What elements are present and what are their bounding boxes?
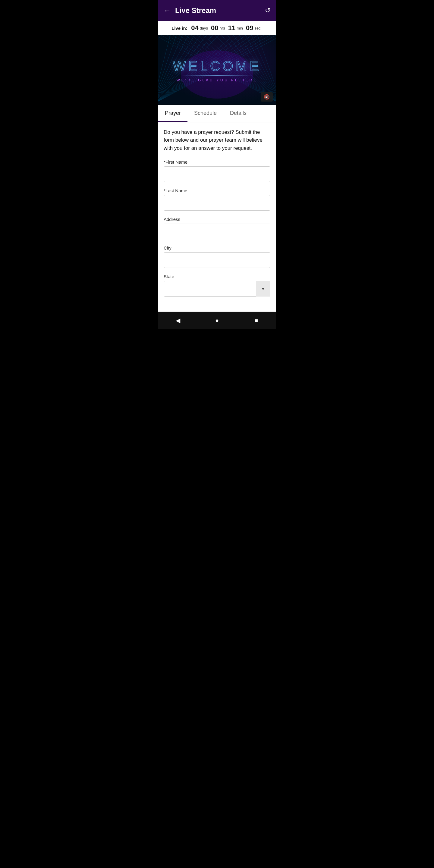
countdown-days-unit: days xyxy=(200,26,208,30)
last-name-label: *Last Name xyxy=(164,188,270,193)
state-field: State Alabama Alaska Arizona Arkansas Ca… xyxy=(164,274,270,297)
last-name-input[interactable] xyxy=(164,195,270,211)
countdown-label: Live in: xyxy=(172,26,187,31)
city-field: City xyxy=(164,245,270,268)
mute-button[interactable]: 🔇 xyxy=(261,92,273,101)
first-name-input[interactable] xyxy=(164,166,270,182)
countdown-sec-unit: sec xyxy=(255,26,261,30)
city-input[interactable] xyxy=(164,252,270,268)
last-name-field: *Last Name xyxy=(164,188,270,211)
countdown-hrs-unit: hrs xyxy=(220,26,225,30)
state-label: State xyxy=(164,274,270,279)
city-label: City xyxy=(164,245,270,250)
address-input[interactable] xyxy=(164,224,270,239)
nav-home-button[interactable]: ● xyxy=(211,314,223,327)
nav-back-button[interactable]: ◀ xyxy=(172,314,184,327)
countdown-bar: Live in: 04 days 00 hrs 11 min 09 sec xyxy=(158,21,276,35)
countdown-min-unit: min xyxy=(237,26,243,30)
first-name-field: *First Name xyxy=(164,159,270,182)
tabs-bar: Prayer Schedule Details xyxy=(158,105,276,122)
welcome-subtitle: WE'RE GLAD YOU'RE HERE xyxy=(173,78,261,82)
video-player[interactable]: WELCOME WE'RE GLAD YOU'RE HERE 🔇 xyxy=(158,35,276,104)
bottom-navigation: ◀ ● ■ xyxy=(158,312,276,329)
address-field: Address xyxy=(164,217,270,239)
back-button[interactable]: ← xyxy=(164,6,171,15)
tab-schedule[interactable]: Schedule xyxy=(187,105,223,122)
first-name-label: *First Name xyxy=(164,159,270,164)
state-select[interactable]: Alabama Alaska Arizona Arkansas Californ… xyxy=(164,281,270,297)
tab-prayer[interactable]: Prayer xyxy=(158,105,187,122)
nav-recent-button[interactable]: ■ xyxy=(250,314,262,327)
prayer-form-container: Do you have a prayer request? Submit the… xyxy=(158,122,276,312)
prayer-form-description: Do you have a prayer request? Submit the… xyxy=(164,128,270,152)
countdown-min-num: 11 xyxy=(228,24,236,32)
page-title: Live Stream xyxy=(175,6,265,15)
welcome-heading: WELCOME xyxy=(173,58,261,74)
countdown-sec-num: 09 xyxy=(246,24,253,32)
countdown-hrs-num: 00 xyxy=(211,24,218,32)
refresh-button[interactable]: ↺ xyxy=(265,7,270,14)
welcome-underline xyxy=(182,75,253,76)
state-select-wrapper: Alabama Alaska Arizona Arkansas Californ… xyxy=(164,281,270,297)
countdown-days-num: 04 xyxy=(191,24,198,32)
address-label: Address xyxy=(164,217,270,222)
app-header: ← Live Stream ↺ xyxy=(158,0,276,21)
tab-details[interactable]: Details xyxy=(223,105,253,122)
video-text-overlay: WELCOME WE'RE GLAD YOU'RE HERE xyxy=(173,58,261,82)
